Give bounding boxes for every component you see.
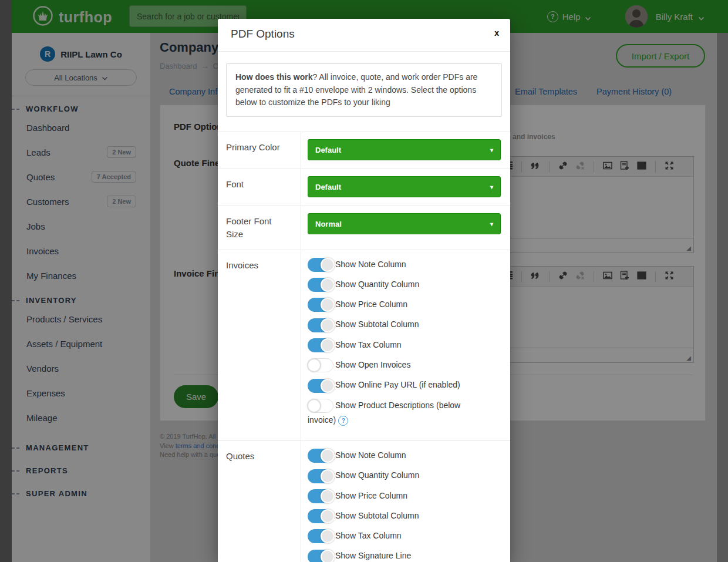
toggle-knob <box>321 379 335 393</box>
footer-font-size-row: Footer Font Size Normal <box>218 206 510 250</box>
toggle-label: Show Tax Column <box>335 340 402 349</box>
toggle-knob <box>321 489 335 503</box>
invoices-toggle-note-column[interactable] <box>308 258 333 272</box>
toggle-label: Show Signature Line <box>335 551 411 560</box>
quotes-row: Quotes Show Note Column Show Quantity Co… <box>218 440 510 562</box>
toggle-knob <box>321 529 335 543</box>
toggle-label: Show Subtotal Column <box>335 319 419 329</box>
toggle-knob <box>321 318 335 332</box>
modal-intro-box: How does this work? All invoice, quote, … <box>226 63 502 117</box>
invoices-toggle-tax-column[interactable] <box>308 338 333 352</box>
quotes-toggle-tax-column[interactable] <box>308 529 333 543</box>
toggle-label: Show Subtotal Column <box>335 511 419 520</box>
toggle-label: Show Price Column <box>335 299 407 309</box>
toggle-knob <box>321 550 335 562</box>
toggle-knob <box>321 298 335 312</box>
invoices-toggle-open-invoices[interactable] <box>308 358 333 372</box>
caret-down-icon <box>490 184 493 190</box>
toggle-label: Show Price Column <box>335 491 407 500</box>
toggle-knob <box>321 449 335 463</box>
footer-font-size-label: Footer Font Size <box>218 206 301 250</box>
close-icon[interactable]: x <box>494 28 499 38</box>
toggle-knob <box>307 399 321 413</box>
footer-font-size-select[interactable]: Normal <box>308 213 501 234</box>
caret-down-icon <box>490 221 493 227</box>
quotes-toggle-subtotal-column[interactable] <box>308 509 333 523</box>
invoices-toggle-online-pay-url[interactable] <box>308 379 333 393</box>
quotes-toggle-quantity-column[interactable] <box>308 469 333 483</box>
invoices-toggle-subtotal-column[interactable] <box>308 318 333 332</box>
modal-title: PDF Options <box>231 28 295 41</box>
invoices-toggle-price-column[interactable] <box>308 298 333 312</box>
toggle-knob <box>321 338 335 352</box>
invoices-toggle-product-descriptions[interactable] <box>308 399 333 413</box>
font-label: Font <box>218 169 301 206</box>
quotes-toggle-note-column[interactable] <box>308 449 333 463</box>
invoices-toggle-quantity-column[interactable] <box>308 278 333 292</box>
toggle-label: Show Tax Column <box>335 531 402 540</box>
toggle-label: Show Online Pay URL (if enabled) <box>335 380 460 389</box>
quotes-toggle-signature-line[interactable] <box>308 550 333 562</box>
quotes-label: Quotes <box>218 441 301 562</box>
toggle-knob <box>321 258 335 272</box>
toggle-knob <box>321 469 335 483</box>
toggle-label: Show Quantity Column <box>335 280 419 289</box>
quotes-toggle-price-column[interactable] <box>308 489 333 503</box>
toggle-knob <box>321 509 335 523</box>
pdf-options-modal: PDF Options x How does this work? All in… <box>218 19 510 562</box>
caret-down-icon <box>490 147 493 153</box>
toggle-knob <box>307 358 321 372</box>
font-select[interactable]: Default <box>308 176 501 197</box>
intro-bold-text: How does this work <box>235 72 312 82</box>
font-row: Font Default <box>218 169 510 206</box>
toggle-knob <box>321 278 335 292</box>
toggle-label: Show Quantity Column <box>335 470 419 480</box>
app-window: turfhop Help Billy Kraft <box>0 0 728 562</box>
primary-color-select[interactable]: Default <box>308 139 501 160</box>
invoices-label: Invoices <box>218 250 301 440</box>
toggle-label: Show Note Column <box>335 260 406 269</box>
primary-color-row: Primary Color Default <box>218 132 510 169</box>
invoices-row: Invoices Show Note Column Show Quantity … <box>218 250 510 440</box>
toggle-label: Show Open Invoices <box>335 360 410 369</box>
help-question-icon[interactable] <box>338 416 348 426</box>
toggle-label: Show Note Column <box>335 450 406 460</box>
modal-header: PDF Options x <box>218 19 510 52</box>
primary-color-label: Primary Color <box>218 132 301 169</box>
